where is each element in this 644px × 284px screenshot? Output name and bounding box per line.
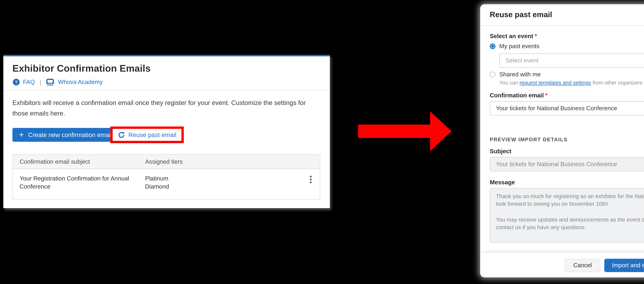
whova-academy-link[interactable]: Whova Academy — [58, 79, 103, 86]
create-confirmation-email-button[interactable]: + Create new confirmation email — [12, 128, 118, 142]
table-header-row: Confirmation email subject Assigned tier… — [13, 155, 320, 169]
subject-label: Subject — [490, 148, 511, 155]
modal-footer: Cancel Import and edit — [480, 252, 644, 277]
select-event-dropdown[interactable]: Select event — [499, 54, 644, 68]
confirmation-email-label: Confirmation email* — [490, 92, 548, 99]
message-textarea[interactable]: Thank you so much for registering as an … — [490, 188, 644, 242]
import-and-edit-button[interactable]: Import and edit — [604, 259, 644, 272]
help-question-icon: ? — [13, 79, 20, 86]
select-event-label: Select an event* — [490, 33, 537, 40]
exhibitor-confirmation-panel: Exhibitor Confirmation Emails ? FAQ | Wh… — [3, 55, 330, 208]
link-separator: | — [40, 78, 41, 86]
cancel-button[interactable]: Cancel — [565, 259, 600, 272]
subject-input[interactable] — [490, 157, 644, 171]
page: Exhibitor Confirmation Emails ? FAQ | Wh… — [0, 0, 644, 284]
annotation-highlight-box: Reuse past email — [110, 126, 184, 143]
radio-shared-with-me[interactable] — [490, 72, 495, 77]
radio-my-past-events[interactable] — [490, 44, 495, 49]
required-asterisk: * — [545, 92, 548, 99]
row-actions-menu-icon[interactable] — [307, 176, 314, 185]
modal-title: Reuse past email — [490, 10, 552, 19]
row-subject: Your Registration Confirmation for Annua… — [20, 175, 141, 190]
message-label: Message — [490, 179, 515, 186]
page-title: Exhibitor Confirmation Emails — [12, 63, 150, 74]
preview-section-heading: PREVIEW IMPORT DETAILS — [490, 136, 568, 142]
panel-description: Exhibitors will receive a confirmation e… — [12, 98, 314, 118]
recycle-icon — [118, 131, 125, 138]
reuse-past-email-button[interactable]: Reuse past email — [113, 129, 182, 141]
annotation-arrow-icon — [358, 111, 452, 151]
row-assigned-tiers: Platinum Diamond — [145, 175, 169, 190]
confirmation-email-dropdown[interactable]: Your tickets for National Business Confe… — [490, 101, 644, 116]
tier-item: Platinum — [145, 175, 169, 182]
radio-shared-with-me-label: Shared with me — [499, 71, 541, 78]
help-links-row: ? FAQ | Whova Academy — [13, 78, 103, 86]
header-divider — [3, 90, 330, 91]
confirmation-emails-table: Confirmation email subject Assigned tier… — [12, 154, 320, 200]
radio-my-past-events-label: My past events — [499, 43, 540, 50]
confirmation-email-value: Your tickets for National Business Confe… — [496, 105, 644, 112]
column-header-tiers: Assigned tiers — [145, 158, 183, 165]
reuse-button-label: Reuse past email — [128, 131, 176, 138]
request-templates-link[interactable]: request templates and settings — [520, 80, 591, 86]
shared-with-me-hint: You can request templates and settings f… — [499, 80, 644, 86]
required-asterisk: * — [535, 33, 537, 40]
academy-icon — [46, 78, 54, 86]
faq-link[interactable]: FAQ — [23, 79, 35, 86]
select-event-placeholder: Select event — [506, 57, 644, 64]
reuse-past-email-modal: Reuse past email Select an event* My pas… — [480, 4, 644, 277]
modal-header-divider — [480, 25, 644, 26]
plus-icon: + — [19, 130, 24, 139]
create-button-label: Create new confirmation email — [28, 131, 112, 138]
column-header-subject: Confirmation email subject — [20, 158, 90, 165]
tier-item: Diamond — [145, 183, 169, 190]
